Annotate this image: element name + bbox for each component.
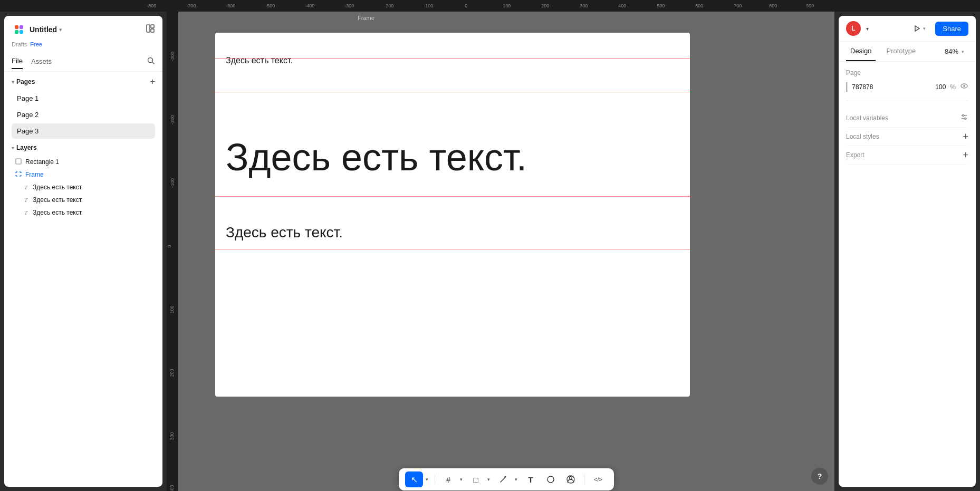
svg-rect-4: [147, 25, 150, 32]
toolbar-divider: [584, 474, 584, 485]
canvas-area[interactable]: -300 -200 -100 0 100 200 300 400 Frame З…: [167, 12, 834, 491]
svg-point-28: [965, 118, 966, 120]
layers-header[interactable]: ▾ Layers: [12, 144, 155, 151]
ruler-mark: 900: [806, 3, 814, 8]
prototype-tab[interactable]: Prototype: [882, 42, 920, 61]
text-layer-icon: T: [22, 209, 30, 216]
design-prototype-tabs: Design Prototype 84% ▾: [839, 42, 976, 62]
page-item-active[interactable]: Page 3: [12, 123, 155, 139]
ruler-mark: -100: [424, 3, 433, 8]
avatar-tool-button[interactable]: [562, 471, 580, 487]
comment-tool-button[interactable]: [542, 471, 560, 487]
pages-section-title[interactable]: ▾ Pages: [12, 78, 35, 85]
page-item[interactable]: Page 2: [12, 107, 155, 122]
shape-tool-button[interactable]: □: [467, 471, 485, 487]
layout-icon[interactable]: [146, 24, 155, 35]
svg-rect-2: [15, 30, 18, 34]
svg-rect-3: [20, 30, 23, 34]
page-color-swatch[interactable]: [846, 82, 848, 92]
ruler-mark: -700: [186, 3, 196, 8]
toolbar-divider: [435, 474, 435, 485]
select-tool-button[interactable]: ↖: [405, 471, 423, 487]
ruler-v-mark: 200: [169, 369, 175, 377]
canvas-text-small-top[interactable]: Здесь есть текст.: [215, 56, 293, 65]
page-opacity-unit: %: [950, 83, 956, 91]
local-variables-row: Local variables: [846, 109, 968, 128]
frame-tool-dropdown[interactable]: ▾: [457, 471, 465, 487]
ruler-mark: -200: [384, 3, 393, 8]
canvas-text-small-bottom[interactable]: Здесь есть текст.: [215, 224, 343, 241]
shape-tool-dropdown[interactable]: ▾: [485, 471, 492, 487]
svg-point-20: [570, 477, 572, 479]
add-page-button[interactable]: +: [150, 77, 155, 86]
svg-rect-9: [16, 159, 21, 164]
text-tool-button[interactable]: T: [522, 471, 540, 487]
vertical-ruler: -300 -200 -100 0 100 200 300 400: [167, 12, 178, 491]
page-item[interactable]: Page 1: [12, 91, 155, 106]
layer-item-text-1[interactable]: T Здесь есть текст.: [12, 181, 155, 194]
ruler-v-mark: -200: [170, 115, 175, 124]
frame-tool-button[interactable]: #: [439, 471, 457, 487]
dropdown-chevron-icon: ▾: [59, 26, 62, 33]
visibility-toggle-icon[interactable]: [960, 82, 968, 92]
layer-item-rectangle[interactable]: Rectangle 1: [12, 156, 155, 168]
svg-point-24: [963, 85, 965, 87]
layer-item-text-3[interactable]: T Здесь есть текст.: [12, 206, 155, 219]
ruler-mark: -400: [305, 3, 314, 8]
frame-layer-label: Frame: [25, 171, 44, 178]
share-button[interactable]: Share: [935, 22, 968, 36]
design-frame[interactable]: Здесь есть текст. Здесь есть текст. Здес…: [215, 33, 690, 397]
play-button[interactable]: ▾: [908, 22, 931, 35]
local-styles-label: Local styles: [846, 133, 879, 140]
select-tool-dropdown[interactable]: ▾: [423, 471, 430, 487]
ruler-mark: 700: [734, 3, 742, 8]
page-section-title: Page: [846, 69, 861, 76]
page-section-header: Page: [846, 69, 968, 76]
drafts-label: Drafts: [12, 41, 27, 47]
pen-tool-dropdown[interactable]: ▾: [512, 471, 520, 487]
layer-item-frame[interactable]: Frame: [12, 168, 155, 181]
shape-tool-group: □ ▾: [467, 471, 492, 487]
right-panel-header: L ▾ ▾ Share: [839, 16, 976, 42]
ruler-v-mark: 400: [169, 485, 175, 491]
page-opacity-input[interactable]: 100: [935, 83, 946, 91]
pen-tool-group: ▾: [494, 471, 520, 487]
local-styles-add-icon[interactable]: +: [963, 132, 968, 141]
search-icon[interactable]: [147, 56, 155, 67]
code-tool-button[interactable]: </>: [589, 471, 608, 487]
frame-tool-group: # ▾: [439, 471, 465, 487]
project-title: Untitled: [30, 25, 57, 34]
layer-item-text-2[interactable]: T Здесь есть текст.: [12, 194, 155, 206]
local-variables-settings-icon[interactable]: [960, 113, 968, 123]
layers-section: ▾ Layers Rectangle 1: [4, 144, 162, 487]
pen-tool-button[interactable]: [494, 471, 512, 487]
page-list: Page 1 Page 2 Page 3: [12, 91, 155, 139]
pages-collapse-icon: ▾: [12, 79, 14, 85]
layer-label: Rectangle 1: [25, 158, 59, 166]
zoom-control[interactable]: 84% ▾: [940, 42, 968, 61]
play-dropdown-icon[interactable]: ▾: [923, 26, 926, 31]
text-layer-icon: T: [22, 197, 30, 203]
canvas-text-large[interactable]: Здесь есть текст.: [215, 136, 527, 179]
avatar-dropdown-icon[interactable]: ▾: [866, 26, 869, 32]
guide-line: [215, 58, 690, 59]
ruler-mark: -300: [344, 3, 354, 8]
svg-rect-0: [15, 25, 18, 29]
project-title-dropdown[interactable]: Untitled ▾: [30, 25, 62, 34]
design-tab[interactable]: Design: [846, 42, 876, 61]
app-logo-icon[interactable]: [12, 22, 26, 37]
user-avatar[interactable]: L: [846, 21, 861, 36]
svg-rect-5: [151, 25, 154, 28]
canvas-viewport[interactable]: Frame Здесь есть текст. Здесь есть текст…: [178, 12, 834, 468]
page-color-input[interactable]: [852, 83, 931, 91]
assets-tab[interactable]: Assets: [31, 54, 52, 69]
export-add-icon[interactable]: +: [963, 150, 968, 160]
svg-rect-1: [20, 25, 23, 29]
ruler-v-mark: 300: [169, 432, 175, 440]
pages-section: ▾ Pages + Page 1 Page 2 Page 3: [4, 72, 162, 144]
pages-section-header: ▾ Pages +: [12, 77, 155, 86]
file-tab[interactable]: File: [12, 54, 23, 69]
ruler-mark: 0: [465, 3, 467, 8]
project-subtitle: Drafts Free: [4, 41, 162, 52]
file-assets-tabs: File Assets: [4, 52, 162, 72]
